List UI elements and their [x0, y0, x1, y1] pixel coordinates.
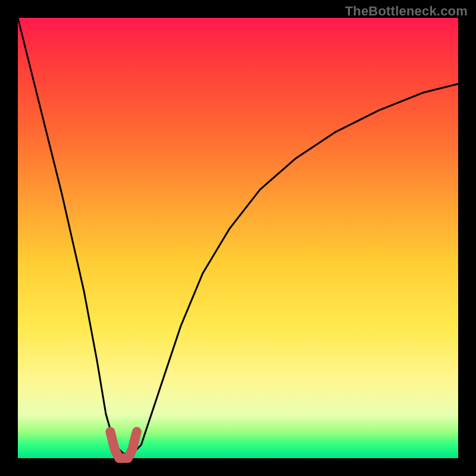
- chart-svg: [18, 18, 458, 458]
- chart-frame: TheBottleneck.com: [0, 0, 476, 476]
- watermark-text: TheBottleneck.com: [345, 4, 468, 19]
- bottleneck-curve: [18, 18, 458, 454]
- highlight-bucket: [110, 432, 136, 458]
- plot-area: [18, 18, 458, 458]
